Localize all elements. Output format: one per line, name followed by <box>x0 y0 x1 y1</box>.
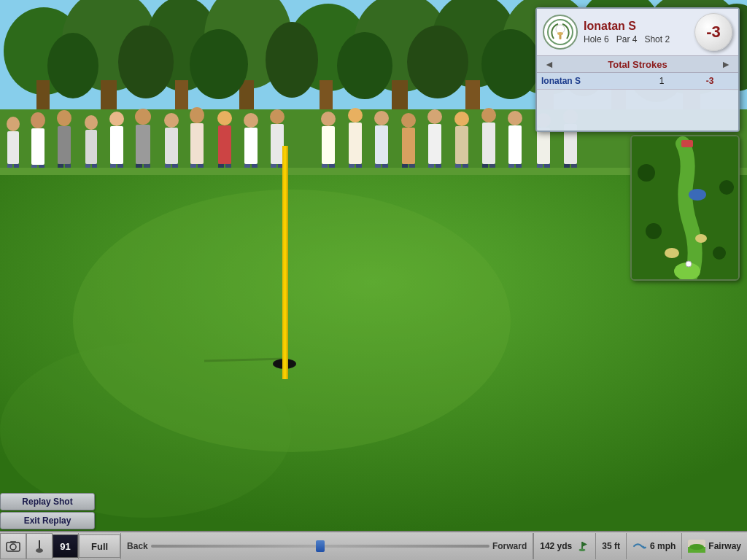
svg-point-140 <box>36 548 43 553</box>
camera-button[interactable] <box>0 533 26 559</box>
wind-block: 6 mph <box>626 533 681 559</box>
strokes-player-name: Ionatan S <box>541 76 638 86</box>
flag-distance-value: 35 ft <box>602 541 620 551</box>
strokes-score: -3 <box>686 76 734 86</box>
svg-point-147 <box>689 544 704 550</box>
svg-point-52 <box>135 109 151 125</box>
scoreboard: Ionatan S Hole 6 Par 4 Shot 2 -3 ◄ Total… <box>535 7 740 132</box>
flag-pole <box>282 146 288 379</box>
svg-rect-33 <box>7 131 19 164</box>
distance-block: 142 yds <box>533 533 595 559</box>
svg-rect-77 <box>322 126 335 164</box>
svg-point-80 <box>348 108 363 122</box>
scoreboard-header: Ionatan S Hole 6 Par 4 Shot 2 -3 <box>537 9 738 56</box>
svg-point-143 <box>579 549 586 552</box>
svg-rect-89 <box>402 128 415 164</box>
par-label: Par 4 <box>616 34 638 44</box>
svg-point-134 <box>686 261 692 267</box>
svg-point-137 <box>10 544 16 550</box>
svg-point-40 <box>57 110 71 126</box>
svg-point-44 <box>85 115 98 130</box>
nav-left-btn[interactable]: ◄ <box>541 58 557 70</box>
slider-thumb <box>316 540 325 552</box>
svg-rect-93 <box>428 124 441 164</box>
svg-rect-69 <box>244 128 258 164</box>
svg-rect-45 <box>85 130 97 164</box>
player-name: Ionatan S <box>584 20 694 33</box>
svg-point-32 <box>7 117 20 131</box>
svg-point-132 <box>646 223 662 239</box>
svg-rect-138 <box>10 541 16 543</box>
back-label: Back <box>127 541 148 551</box>
club-button[interactable] <box>26 533 53 559</box>
score-ball: -3 <box>694 13 732 51</box>
terrain-icon <box>688 540 705 553</box>
svg-point-64 <box>217 111 232 125</box>
strokes-count: 1 <box>638 76 686 86</box>
hole-label: Hole 6 <box>584 34 609 44</box>
svg-point-68 <box>244 113 258 128</box>
svg-point-104 <box>508 111 522 125</box>
svg-point-96 <box>454 112 469 126</box>
svg-rect-53 <box>136 125 150 164</box>
svg-point-129 <box>689 189 706 201</box>
wind-speed-value: 6 mph <box>650 541 676 551</box>
svg-rect-57 <box>165 128 178 164</box>
player-info: Ionatan S Hole 6 Par 4 Shot 2 <box>584 20 694 44</box>
full-button[interactable]: Full <box>79 534 120 558</box>
wind-icon <box>632 541 647 551</box>
svg-rect-109 <box>537 128 550 164</box>
svg-marker-142 <box>582 542 587 547</box>
svg-rect-101 <box>482 122 495 164</box>
svg-point-119 <box>0 343 292 518</box>
svg-rect-105 <box>508 125 522 164</box>
shot-label: Shot 2 <box>644 34 670 44</box>
flag-distance-block: 35 ft <box>595 533 626 559</box>
hole-info: Hole 6 Par 4 Shot 2 <box>584 34 694 44</box>
svg-point-124 <box>557 32 563 35</box>
svg-point-88 <box>401 113 416 128</box>
terrain-value: Fairway <box>708 541 741 551</box>
nav-right-btn[interactable]: ► <box>718 58 734 70</box>
svg-rect-135 <box>681 140 693 147</box>
replay-shot-button[interactable]: Replay Shot <box>0 493 95 510</box>
strokes-table: ◄ Total Strokes ► Ionatan S 1 -3 <box>537 56 738 131</box>
svg-point-56 <box>164 113 179 128</box>
number-display: 91 <box>53 534 78 558</box>
svg-rect-49 <box>110 126 123 164</box>
strokes-empty-row <box>537 90 738 110</box>
strokes-title: Total Strokes <box>557 59 718 70</box>
svg-point-48 <box>109 112 124 126</box>
playback-slider[interactable] <box>151 545 489 548</box>
exit-replay-button[interactable]: Exit Replay <box>0 512 95 529</box>
distance-value: 142 yds <box>540 541 572 551</box>
course-map-inner <box>632 136 738 279</box>
svg-rect-41 <box>58 126 71 164</box>
side-buttons: Replay Shot Exit Replay <box>0 493 95 529</box>
golf-logo <box>543 15 578 50</box>
svg-rect-81 <box>349 122 362 164</box>
score-value: -3 <box>706 23 721 42</box>
course-map <box>630 135 740 281</box>
strokes-title-row: ◄ Total Strokes ► <box>537 56 738 73</box>
strokes-empty-row2 <box>537 110 738 131</box>
svg-rect-61 <box>190 123 204 164</box>
svg-rect-97 <box>455 126 468 164</box>
svg-point-128 <box>695 234 707 243</box>
svg-point-131 <box>719 180 734 195</box>
svg-point-84 <box>374 111 389 125</box>
terrain-block: Fairway <box>681 533 747 559</box>
svg-rect-65 <box>218 125 231 164</box>
svg-point-133 <box>713 246 726 260</box>
back-forward-control: Back Forward <box>120 533 533 559</box>
svg-point-92 <box>427 109 442 124</box>
bottom-bar: 91 Full Back Forward 142 yds 35 ft 6 mph <box>0 531 747 560</box>
svg-rect-85 <box>375 125 388 164</box>
svg-point-76 <box>321 112 336 126</box>
svg-point-130 <box>638 164 655 182</box>
svg-rect-37 <box>31 128 44 165</box>
player-strokes-row: Ionatan S 1 -3 <box>537 73 738 90</box>
flag-icon <box>575 541 589 551</box>
svg-point-36 <box>31 112 45 128</box>
svg-point-127 <box>665 248 679 258</box>
